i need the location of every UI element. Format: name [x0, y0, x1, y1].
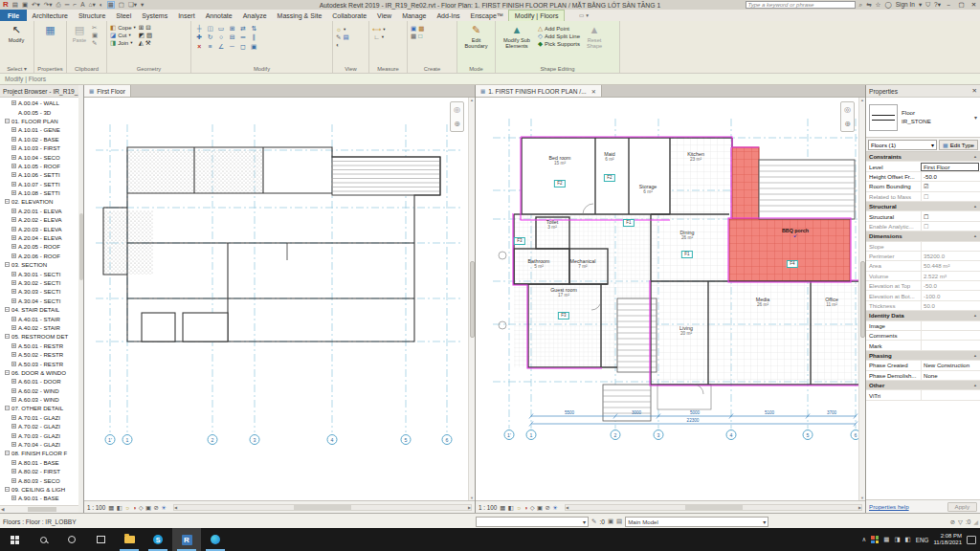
lightbulb-icon[interactable]: ☼ — [336, 27, 342, 33]
panel-label[interactable]: View — [333, 64, 368, 73]
project-browser-item[interactable]: A.80.02 - FIRST — [0, 467, 83, 475]
exclude-options-icon[interactable]: ⊘ — [950, 518, 955, 525]
floor-tag[interactable]: F3 — [514, 237, 525, 245]
panel-label[interactable]: Clipboard — [67, 64, 106, 73]
onedrive-icon[interactable]: ▦ — [883, 537, 889, 543]
expand-icon[interactable] — [11, 145, 16, 150]
hammer-icon[interactable]: ⚒ — [145, 40, 151, 47]
property-row[interactable]: Structural — [866, 202, 980, 211]
design-option-icon[interactable]: ▤ — [616, 518, 622, 525]
expand-icon[interactable] — [5, 334, 10, 339]
project-browser-item[interactable]: A.30.04 - SECTI — [0, 297, 83, 305]
scroll-thumb[interactable] — [28, 507, 56, 512]
scroll-left-icon[interactable]: ◀ — [1, 507, 4, 512]
property-row[interactable]: Mark — [866, 341, 980, 350]
worksets-dropdown[interactable]: ▾ — [476, 517, 589, 527]
project-browser-item[interactable]: 05. RESTROOM DET — [0, 332, 83, 341]
undo-icon[interactable]: ↶▾ — [32, 2, 40, 9]
detail-level-icon[interactable]: ▦ — [108, 504, 114, 511]
ribbon-tab[interactable]: Structure — [73, 10, 110, 21]
revit-taskbar-button[interactable]: R — [172, 528, 201, 551]
project-browser-titlebar[interactable]: Project Browser - IR_R19_... ✕ — [0, 85, 83, 98]
panel-label[interactable]: Modify — [191, 64, 332, 73]
view-tab-finish-floor-plan[interactable]: ▦ 1. FIRST FINISH FLOOR PLAN /... ✕ — [476, 85, 602, 97]
volume-icon[interactable]: ◧ — [905, 537, 911, 543]
properties-help-link[interactable]: Properties help — [869, 503, 909, 510]
reveal-hidden-icon[interactable]: ☀ — [161, 504, 167, 511]
project-browser-item[interactable]: A.10.03 - FIRST — [0, 143, 83, 152]
expand-icon[interactable] — [11, 190, 16, 195]
reset-shape-button[interactable]: ▲ Reset Shape — [583, 23, 606, 63]
rotate-icon[interactable]: ✚ — [196, 34, 202, 41]
close-icon[interactable]: ✕ — [972, 87, 977, 95]
project-browser-item[interactable]: 01. FLOOR PLAN — [0, 117, 83, 125]
cart-icon[interactable]: ▾ — [919, 2, 922, 9]
hide-elements-icon[interactable]: ⊘ — [154, 504, 159, 511]
project-browser-item[interactable]: A.60.02 - WIND — [0, 386, 83, 395]
project-browser-vscrollbar[interactable] — [78, 85, 83, 513]
search-icon[interactable]: ⌕ — [859, 2, 863, 9]
edit-type-button[interactable]: ▦ Edit Type — [939, 140, 978, 150]
aligned-dimension-icon[interactable]: ⌐ — [73, 2, 77, 9]
floor-tag[interactable]: F3 — [558, 312, 569, 320]
edit-boundary-button[interactable]: ✎ Edit Boundary — [460, 23, 492, 63]
element-filter-dropdown[interactable]: Floors (1) ▾ — [868, 140, 937, 150]
project-browser-item[interactable]: A.20.02 - ELEVA — [0, 215, 83, 224]
project-browser-item[interactable]: A.10.04 - SECO — [0, 152, 83, 161]
expand-icon[interactable] — [11, 244, 16, 249]
expand-icon[interactable] — [11, 137, 16, 142]
crop-region-icon[interactable]: ▣ — [537, 504, 543, 511]
property-row[interactable]: Elevation at Bot... -100.0 — [866, 291, 980, 300]
move-icon[interactable]: ⇄ — [240, 26, 246, 33]
favorites-icon[interactable]: ☆ — [876, 2, 881, 9]
scroll-down-icon[interactable]: ▼ — [860, 496, 864, 500]
align-icon[interactable]: ┼ — [196, 26, 202, 33]
line-icon[interactable]: ─ — [229, 44, 234, 51]
project-browser-item[interactable]: A.70.04 - GLAZI — [0, 440, 83, 449]
modify-tool-button[interactable]: ↖ Modify — [3, 23, 30, 63]
scroll-left-icon[interactable]: ◀ — [566, 505, 568, 510]
taskbar-clock[interactable]: 2:08 PM 11/18/2021 — [933, 533, 962, 547]
crop-view-icon[interactable]: ◇ — [530, 504, 535, 511]
scroll-right-icon[interactable]: ▶ — [468, 505, 471, 510]
expand-icon[interactable] — [11, 298, 16, 303]
resize-grip-icon[interactable]: ◢ — [973, 518, 978, 525]
app-store-icon[interactable]: ⛉ — [925, 2, 930, 9]
grid-bubble[interactable]: 5 — [803, 430, 813, 440]
property-row[interactable]: Phase Created New Construction — [866, 361, 980, 370]
scroll-right-icon[interactable]: ▶ — [858, 505, 861, 510]
ribbon-tab[interactable]: Analyze — [237, 10, 272, 21]
project-browser-item[interactable]: 02. ELEVATION — [0, 197, 83, 206]
edge-button[interactable] — [201, 528, 230, 551]
property-row[interactable]: ViTri — [866, 390, 980, 400]
taskbar-search-button[interactable] — [29, 528, 57, 551]
exchange-icon[interactable]: ⇋ — [866, 2, 871, 9]
create-assembly-icon[interactable]: ▦ — [411, 33, 416, 40]
redo-icon[interactable]: ↷▾ — [44, 2, 53, 9]
property-row[interactable]: Slope — [866, 242, 980, 252]
workset-icon[interactable]: ▣ — [608, 518, 613, 525]
editable-only-icon[interactable]: ✎ — [591, 518, 596, 525]
project-browser-item[interactable]: A.10.08 - SETTI — [0, 188, 83, 197]
cortana-button[interactable] — [57, 528, 86, 551]
switch-windows-icon[interactable]: ❏▾ — [128, 2, 137, 9]
panel-label[interactable]: Select ▾ — [0, 64, 33, 73]
panel-label[interactable]: Properties — [34, 64, 66, 73]
wall-icon[interactable]: ⊟ — [145, 25, 150, 32]
app-tray-icon[interactable] — [871, 536, 879, 543]
expand-icon[interactable] — [11, 172, 16, 177]
project-browser-item[interactable]: A.20.05 - ROOF — [0, 242, 83, 251]
thin-lines-icon[interactable]: ▦ — [107, 1, 115, 10]
floor-tag[interactable]: F2 — [554, 180, 566, 187]
selected-floor-strip[interactable] — [732, 147, 759, 219]
panel-label[interactable]: Create — [408, 64, 457, 73]
detail-level-icon[interactable]: ▦ — [500, 504, 505, 511]
grid-bubble[interactable]: 6 — [442, 434, 453, 445]
create-parts-icon[interactable]: □ — [418, 33, 422, 40]
notification-center-icon[interactable] — [967, 536, 976, 544]
expand-icon[interactable] — [11, 100, 16, 105]
expand-icon[interactable] — [5, 307, 10, 312]
delete-icon[interactable]: × — [196, 44, 202, 51]
project-browser-item[interactable]: A.00.05 - 3D — [0, 107, 83, 116]
help-icon[interactable]: ?▾ — [934, 2, 941, 9]
